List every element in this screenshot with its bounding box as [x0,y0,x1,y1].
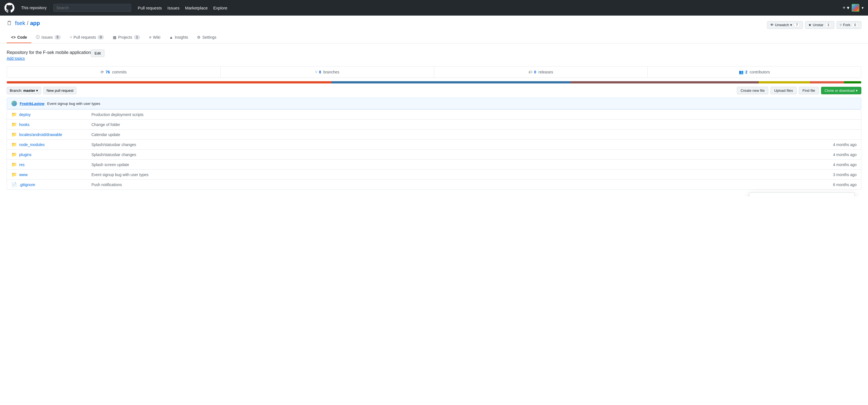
file-time: 6 months ago [833,182,857,187]
file-toolbar: Branch: master ▾ New pull request Create… [7,87,861,94]
issues-nav[interactable]: Issues [167,5,180,10]
tab-insights[interactable]: ▲ Insights [165,32,192,43]
github-logo[interactable] [4,3,14,13]
folder-icon: 📁 [11,112,17,117]
lang-javascript [7,81,332,83]
file-name-link[interactable]: node_modules [19,142,80,147]
commits-stat[interactable]: ⟳ 76 commits [7,66,221,78]
explore-nav[interactable]: Explore [213,5,227,10]
file-name-link[interactable]: res [19,163,80,167]
tab-projects[interactable]: ▦ Projects 1 [108,32,145,43]
commit-author-link[interactable]: FredrikLastow [20,102,44,106]
commits-link[interactable]: 76 commits [105,70,127,74]
marketplace-nav[interactable]: Marketplace [185,5,208,10]
tab-pull-requests[interactable]: ⑂ Pull requests 0 [65,32,108,43]
file-commit-msg: Change of folder [91,122,857,127]
code-icon: <> [11,35,16,39]
tag-icon: 🏷 [528,70,532,74]
branches-icon: ⑂ [315,70,317,74]
this-repository-label: This repository [19,5,49,10]
file-name-link[interactable]: plugins [19,152,80,157]
file-commit-msg: Calendar update [91,133,857,137]
language-bar [7,81,861,83]
contributors-stat[interactable]: 👥 2 contributors [648,66,861,78]
branches-stat[interactable]: ⑂ 8 branches [221,66,434,78]
file-commit-msg: Push notifications [91,182,833,187]
file-commit-msg: Splash screen update [91,163,833,167]
file-name-link[interactable]: deploy [19,112,80,117]
table-row: 📁 plugins Splash/statusbar changes 4 mon… [7,150,861,160]
folder-icon: 📁 [11,122,17,127]
file-time: 4 months ago [833,152,857,157]
branches-link[interactable]: 8 branches [319,70,339,74]
projects-badge: 1 [134,35,140,39]
table-row: 📄 .gitignore Push notifications 6 months… [7,180,861,190]
toolbar-area: Branch: master ▾ New pull request Create… [7,87,861,190]
fork-button[interactable]: ⑂ Fork 0 [837,21,861,29]
edit-button[interactable]: Edit [91,50,104,57]
avatar-dropdown[interactable]: ▾ [862,5,864,10]
table-row: 📁 node_modules Splash/statusbar changes … [7,140,861,150]
file-name-link[interactable]: .gitignore [19,182,80,187]
table-row: 📁 deploy Production deployment scripts [7,110,861,120]
commit-message: Event signup bug with user types [47,102,100,106]
releases-link[interactable]: 0 releases [534,70,553,74]
repo-header-top: 🗒 fsek / app 👁 Unwatch ▾ 7 ★ Unstar 3 ⑂ … [7,20,861,30]
clone-or-download-button[interactable]: Clone or download ▾ [821,87,861,94]
upload-files-button[interactable]: Upload files [771,87,797,94]
lang-other3 [844,81,861,83]
file-name-link[interactable]: locales/android/drawable [19,133,80,137]
star-count: 3 [825,23,832,28]
pull-requests-nav[interactable]: Pull requests [138,5,162,10]
releases-stat[interactable]: 🏷 0 releases [434,66,648,78]
repo-name-link[interactable]: app [30,20,40,26]
description-row: Repository for the F-sek mobile applicat… [7,50,861,61]
find-file-button[interactable]: Find file [799,87,819,94]
file-name-link[interactable]: www [19,172,80,177]
tab-code[interactable]: <> Code [7,32,31,43]
file-time: 4 months ago [833,142,857,147]
lang-css [332,81,571,83]
tab-issues[interactable]: ⓘ Issues 5 [31,32,65,43]
fork-count: 0 [852,23,858,28]
file-name-link[interactable]: hooks [19,122,80,127]
add-topics-link[interactable]: Add topics [7,56,25,61]
tab-wiki[interactable]: ≡ Wiki [145,32,165,43]
wiki-icon: ≡ [149,35,151,39]
lang-html [571,81,759,83]
file-commit-msg: Production deployment scripts [91,112,857,117]
file-time: 4 months ago [833,163,857,167]
dropdown-icon: ▾ [790,23,792,27]
owner-link[interactable]: fsek [15,20,25,26]
watch-button[interactable]: 👁 Unwatch ▾ 7 [767,21,803,29]
folder-icon: 📁 [11,132,17,137]
star-button[interactable]: ★ Unstar 3 [805,21,834,29]
file-table: 📁 deploy Production deployment scripts 📁… [7,109,861,190]
breadcrumb: 🗒 fsek / app [7,20,40,26]
star-icon: ★ [808,23,812,27]
watch-count: 7 [794,23,800,28]
clone-dropdown: Clone with HTTPS ? Use SSH Use Git or ch… [749,193,855,196]
tab-settings[interactable]: ⚙ Settings [192,32,221,43]
search-input[interactable] [53,4,131,12]
star-label: Unstar [813,23,823,27]
fork-icon: ⑂ [840,23,842,27]
folder-icon: 📁 [11,142,17,147]
lang-other2 [810,81,844,83]
create-new-file-button[interactable]: Create new file [737,87,768,94]
new-pull-request-button[interactable]: New pull request [43,87,76,94]
contributors-icon: 👥 [739,70,744,74]
main-content: Repository for the F-sek mobile applicat… [0,44,868,196]
avatar-image [852,4,859,11]
commit-author-avatar [11,101,17,106]
new-button[interactable]: + ▾ [842,5,849,11]
repo-icon: 🗒 [7,20,12,26]
chevron-down-icon: ▾ [36,88,38,93]
contributors-link[interactable]: 2 contributors [745,70,770,74]
watch-label: Unwatch [775,23,789,27]
branch-selector[interactable]: Branch: master ▾ [7,87,41,94]
avatar[interactable] [851,4,859,12]
file-time: 3 months ago [833,172,857,177]
table-row: 📁 www Event signup bug with user types 3… [7,170,861,180]
repo-description: Repository for the F-sek mobile applicat… [7,50,91,55]
